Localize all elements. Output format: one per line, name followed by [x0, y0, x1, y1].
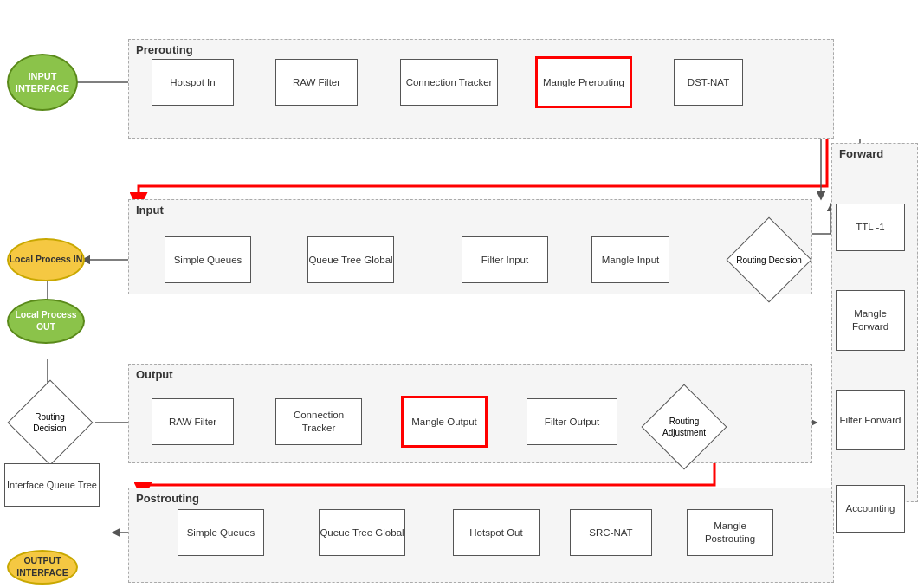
mangle-input-box: Mangle Input: [591, 236, 669, 283]
routing-decision-input-diamond: [727, 217, 812, 303]
local-process-out-oval: Local Process OUT: [7, 299, 85, 344]
raw-filter-pre-box: RAW Filter: [275, 59, 358, 106]
accounting-box: Accounting: [836, 485, 905, 533]
connection-tracker-pre-box: Connection Tracker: [400, 59, 498, 106]
simple-queues-in-box: Simple Queues: [165, 236, 251, 283]
mangle-output-box: Mangle Output: [401, 396, 488, 448]
mangle-forward-box: Mangle Forward: [836, 290, 905, 351]
mangle-prerouting-box: Mangle Prerouting: [535, 56, 632, 108]
filter-output-box: Filter Output: [527, 398, 617, 445]
output-interface-oval: OUTPUT INTERFACE: [7, 550, 78, 585]
queue-tree-global-in-box: Queue Tree Global: [307, 236, 394, 283]
raw-filter-out-box: RAW Filter: [152, 398, 234, 445]
postrouting-label: Postrouting: [136, 492, 199, 505]
routing-decision-input-wrap: Routing Decision: [734, 225, 804, 294]
forward-label: Forward: [839, 147, 883, 160]
src-nat-box: SRC-NAT: [570, 509, 652, 556]
prerouting-label: Prerouting: [136, 43, 193, 56]
hotspot-out-box: Hotspot Out: [453, 509, 540, 556]
input-label: Input: [136, 204, 164, 216]
output-label: Output: [136, 368, 173, 381]
hotspot-in-box: Hotspot In: [152, 59, 234, 106]
routing-adjustment-wrap: Routing Adjustment: [649, 392, 719, 462]
dst-nat-box: DST-NAT: [674, 59, 743, 106]
routing-decision-out-diamond: [7, 379, 93, 465]
ttl-minus1-box: TTL -1: [836, 204, 905, 251]
routing-decision-out-wrap: RoutingDecision: [17, 390, 82, 455]
filter-input-box: Filter Input: [462, 236, 548, 283]
mangle-postrouting-box: Mangle Postrouting: [687, 509, 773, 556]
simple-queues-post-box: Simple Queues: [178, 509, 264, 556]
routing-adjustment-diamond: [642, 384, 727, 470]
queue-tree-global-post-box: Queue Tree Global: [319, 509, 405, 556]
local-process-in-oval: Local Process IN: [7, 238, 85, 281]
input-interface-oval: INPUT INTERFACE: [7, 54, 78, 111]
filter-forward-box: Filter Forward: [836, 390, 905, 450]
connection-tracker-out-box: Connection Tracker: [275, 398, 362, 445]
diagram: Prerouting Input Output Postrouting Forw…: [0, 0, 924, 588]
interface-queue-tree-box: Interface Queue Tree: [4, 463, 100, 507]
